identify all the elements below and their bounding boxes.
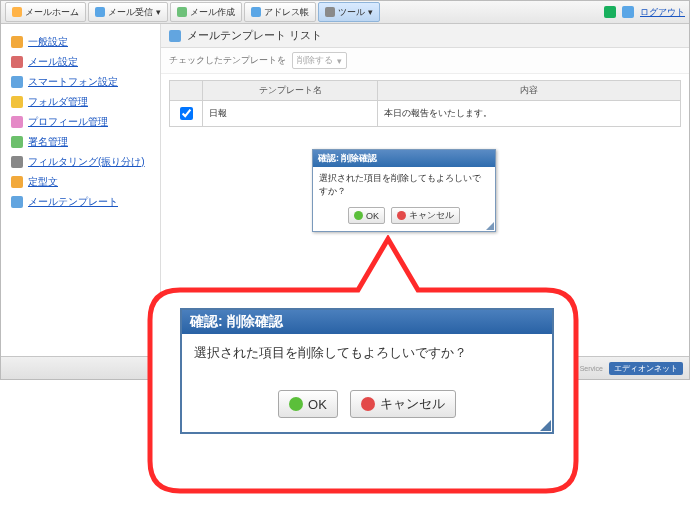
sidebar-item-smartphone[interactable]: スマートフォン設定 [28, 75, 118, 89]
sidebar-item-filter[interactable]: フィルタリング(振り分け) [28, 155, 145, 169]
template-icon [169, 30, 181, 42]
sidebar-item-sign[interactable]: 署名管理 [28, 135, 68, 149]
sidebar-item-general[interactable]: 一般設定 [28, 35, 68, 49]
filter-bar: チェックしたテンプレートを 削除する▾ [161, 48, 689, 74]
cancel-icon [361, 397, 375, 411]
col-body: 内容 [378, 81, 681, 101]
table-row[interactable]: 日報 本日の報告をいたします。 [170, 101, 681, 127]
mail-icon [11, 56, 23, 68]
confirm-dialog-big: 確認: 削除確認 選択された項目を削除してもよろしいですか？ OK キャンセル [180, 308, 554, 434]
dropdown-icon: ▾ [368, 7, 373, 17]
dialog-message: 選択された項目を削除してもよろしいですか？ [313, 167, 495, 203]
tab-mail-new[interactable]: メール作成 [170, 2, 242, 22]
check-icon [289, 397, 303, 411]
resize-handle-icon[interactable] [540, 420, 551, 431]
top-tabs: メールホーム メール受信▾ メール作成 アドレス帳 ツール▾ ログアウト [1, 1, 689, 24]
sign-icon [11, 136, 23, 148]
sidebar: 一般設定 メール設定 スマートフォン設定 フォルダ管理 プロフィール管理 署名管… [1, 24, 161, 358]
filter-select[interactable]: 削除する▾ [292, 52, 347, 69]
gear-icon [11, 36, 23, 48]
help-icon[interactable] [604, 6, 616, 18]
ok-button[interactable]: OK [348, 207, 385, 224]
sidebar-item-fixed[interactable]: 定型文 [28, 175, 58, 189]
status-brand: エディオンネット [609, 362, 683, 375]
cell-name: 日報 [203, 101, 378, 127]
folder-icon [11, 96, 23, 108]
tab-mail-home[interactable]: メールホーム [5, 2, 86, 22]
cancel-icon [397, 211, 406, 220]
row-checkbox[interactable] [180, 107, 193, 120]
sidebar-item-profile[interactable]: プロフィール管理 [28, 115, 108, 129]
col-name: テンプレート名 [203, 81, 378, 101]
chevron-down-icon: ▾ [337, 56, 342, 66]
dropdown-icon: ▾ [156, 7, 161, 17]
dialog-title: 確認: 削除確認 [313, 150, 495, 167]
phone-icon [11, 76, 23, 88]
resize-handle-icon[interactable] [486, 222, 494, 230]
fixed-icon [11, 176, 23, 188]
col-check [170, 81, 203, 101]
cancel-button[interactable]: キャンセル [391, 207, 460, 224]
page-title: メールテンプレート リスト [187, 28, 322, 43]
tab-mail-recv[interactable]: メール受信▾ [88, 2, 168, 22]
template-icon [11, 196, 23, 208]
filter-label: チェックしたテンプレートを [169, 54, 286, 67]
ok-button[interactable]: OK [278, 390, 338, 418]
callout-bubble: 確認: 削除確認 選択された項目を削除してもよろしいですか？ OK キャンセル [146, 235, 580, 495]
tab-address[interactable]: アドレス帳 [244, 2, 316, 22]
tab-tools[interactable]: ツール▾ [318, 2, 380, 22]
logout-icon[interactable] [622, 6, 634, 18]
logout-link[interactable]: ログアウト [640, 6, 685, 19]
check-icon [354, 211, 363, 220]
dialog-title: 確認: 削除確認 [182, 310, 552, 334]
sidebar-item-mail[interactable]: メール設定 [28, 55, 78, 69]
filter-icon [11, 156, 23, 168]
dialog-message: 選択された項目を削除してもよろしいですか？ [182, 334, 552, 372]
confirm-dialog-small: 確認: 削除確認 選択された項目を削除してもよろしいですか？ OK キャンセル [312, 149, 496, 232]
template-table: テンプレート名 内容 日報 本日の報告をいたします。 [169, 80, 681, 127]
cell-body: 本日の報告をいたします。 [378, 101, 681, 127]
main-title-bar: メールテンプレート リスト [161, 24, 689, 48]
cancel-button[interactable]: キャンセル [350, 390, 456, 418]
sidebar-item-template[interactable]: メールテンプレート [28, 195, 118, 209]
profile-icon [11, 116, 23, 128]
sidebar-item-folder[interactable]: フォルダ管理 [28, 95, 88, 109]
